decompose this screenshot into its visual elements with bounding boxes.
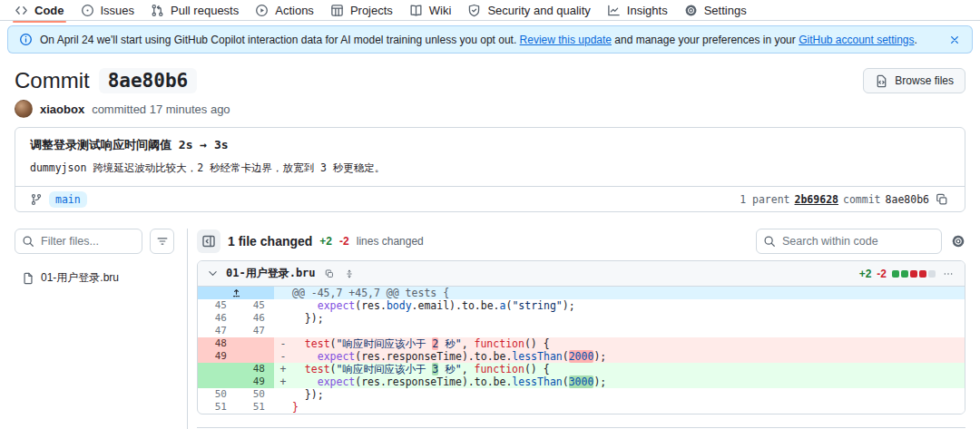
diff-marker	[274, 325, 292, 337]
code-line: }	[292, 401, 965, 414]
old-line-number[interactable]: 50	[198, 388, 236, 401]
diff-marker	[274, 312, 292, 325]
page-title: Commit 8ae80b6	[15, 68, 197, 93]
code-line: });	[292, 388, 965, 401]
git-pull-request-icon	[151, 4, 164, 17]
tab-insights[interactable]: Insights	[600, 1, 675, 20]
diff-marker: -	[274, 350, 292, 363]
gear-icon	[684, 4, 698, 17]
lines-changed-label: lines changed	[357, 235, 424, 248]
expand-hunk-button[interactable]	[198, 287, 274, 299]
diffstat-blocks	[892, 270, 936, 278]
tab-wiki[interactable]: Wiki	[402, 1, 459, 20]
diff-line-ctx: 5151}	[198, 401, 965, 414]
parent-sha-link[interactable]: 2b69628	[795, 193, 838, 206]
new-line-number[interactable]: 48	[236, 363, 274, 375]
banner-text: On April 24 we'll start using GitHub Cop…	[40, 34, 941, 46]
filter-button[interactable]	[150, 229, 174, 254]
new-line-number[interactable]: 49	[236, 375, 274, 388]
file-deletions: -2	[877, 268, 887, 280]
tab-actions[interactable]: Actions	[248, 1, 321, 20]
code-line: expect(res.body.email).to.be.a("string")…	[292, 299, 965, 312]
diff-line-add: 48+ test("响应时间应该小于 3 秒", function() {	[198, 363, 965, 375]
unfold-icon[interactable]	[343, 268, 356, 280]
close-icon[interactable]	[948, 34, 961, 46]
tab-security-and-quality[interactable]: Security and quality	[460, 1, 597, 20]
search-icon	[763, 235, 776, 248]
old-line-number[interactable]: 47	[198, 325, 236, 337]
diff-marker	[274, 388, 292, 401]
diff-marker: +	[274, 363, 292, 375]
commit-sha-text: 8ae80b6	[886, 193, 929, 206]
browse-files-button[interactable]: Browse files	[863, 68, 965, 93]
file-tree-item[interactable]: 01-用户登录.bru	[15, 267, 174, 289]
new-line-number[interactable]	[236, 350, 274, 363]
diff-line-ctx: 4747	[198, 325, 965, 337]
search-within-code-input[interactable]	[756, 229, 942, 254]
copy-sha-button[interactable]	[934, 191, 950, 208]
diff-line-ctx: 4545 expect(res.body.email).to.be.a("str…	[198, 299, 965, 312]
author-name[interactable]: xiaobox	[40, 102, 84, 116]
code-line	[292, 325, 965, 337]
issue-icon	[81, 4, 94, 17]
new-line-number[interactable]	[236, 337, 274, 350]
shield-icon	[467, 4, 481, 17]
avatar[interactable]	[15, 100, 33, 118]
filter-icon	[156, 235, 169, 248]
diff-marker	[274, 299, 292, 312]
tab-projects[interactable]: Projects	[323, 1, 400, 20]
chevron-down-icon[interactable]	[207, 268, 219, 279]
diff-line-del: 49- expect(res.responseTime).to.be.lessT…	[198, 350, 965, 363]
diff-settings-gear-icon[interactable]	[951, 234, 965, 249]
graph-icon	[607, 4, 621, 17]
diffstat-block-del	[919, 270, 926, 278]
kebab-menu-icon[interactable]	[941, 267, 956, 281]
committed-time: committed 17 minutes ago	[92, 102, 230, 116]
tab-issues[interactable]: Issues	[74, 1, 142, 20]
search-icon	[22, 235, 34, 248]
file-code-icon	[875, 74, 888, 88]
tab-settings[interactable]: Settings	[677, 1, 754, 20]
play-icon	[255, 4, 269, 17]
commit-message-box: 调整登录测试响应时间阈值 2s → 3s dummyjson 跨境延迟波动比较大…	[15, 127, 965, 212]
new-line-number[interactable]: 47	[236, 325, 274, 337]
new-line-number[interactable]: 51	[236, 401, 274, 414]
files-changed-label: 1 file changed	[228, 234, 312, 249]
diff-marker: -	[274, 337, 292, 350]
code-line: expect(res.responseTime).to.be.lessThan(…	[292, 350, 965, 363]
git-branch-icon	[30, 193, 43, 206]
old-line-number[interactable]: 49	[198, 350, 236, 363]
branch-label[interactable]: main	[49, 191, 87, 208]
code-line: @@ -45,7 +45,7 @@ tests {	[274, 287, 965, 299]
expand-up-icon	[230, 288, 242, 299]
old-line-number[interactable]: 45	[198, 299, 236, 312]
commit-message-body: dummyjson 跨境延迟波动比较大，2 秒经常卡边界，放宽到 3 秒更稳定。	[30, 161, 950, 175]
review-update-link[interactable]: Review this update	[520, 34, 612, 46]
new-line-number[interactable]: 50	[236, 388, 274, 401]
old-line-number[interactable]: 51	[198, 401, 236, 414]
old-line-number[interactable]: 48	[198, 337, 236, 350]
copilot-notice-banner: On April 24 we'll start using GitHub Cop…	[7, 25, 973, 54]
old-line-number[interactable]	[198, 375, 236, 388]
diff-line-del: 48- test("响应时间应该小于 2 秒", function() {	[198, 337, 965, 350]
diffstat-block-neutral	[928, 270, 936, 278]
table-icon	[330, 4, 344, 17]
code-line: expect(res.responseTime).to.be.lessThan(…	[292, 375, 965, 388]
account-settings-link[interactable]: GitHub account settings	[799, 34, 914, 46]
copy-path-icon[interactable]	[323, 268, 336, 280]
diff-marker	[274, 401, 292, 414]
toggle-file-tree-button[interactable]	[197, 229, 220, 253]
diff-filename[interactable]: 01-用户登录.bru	[226, 266, 316, 281]
additions-count: +2	[319, 235, 332, 248]
old-line-number[interactable]: 46	[198, 312, 236, 325]
file-tree-sidebar: 01-用户登录.bru	[15, 229, 188, 429]
tab-code[interactable]: Code	[7, 1, 72, 20]
diff-line-ctx: 4646 });	[198, 312, 965, 325]
diffstat-block-add	[892, 270, 899, 278]
new-line-number[interactable]: 45	[236, 299, 274, 312]
tab-pull-requests[interactable]: Pull requests	[143, 1, 246, 20]
copy-icon	[936, 193, 948, 206]
sidebar-panel-icon	[201, 234, 216, 249]
new-line-number[interactable]: 46	[236, 312, 274, 325]
old-line-number[interactable]	[198, 363, 236, 375]
